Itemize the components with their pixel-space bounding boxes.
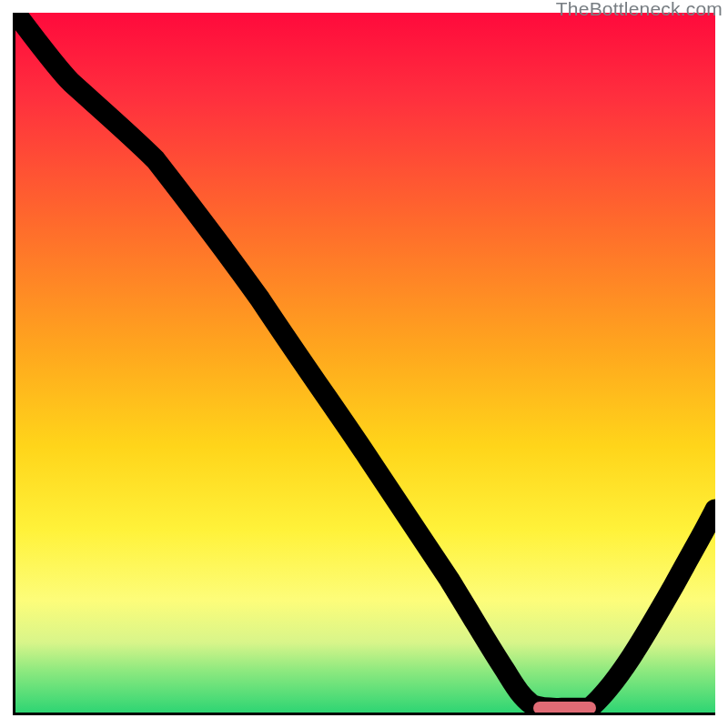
watermark-text: TheBottleneck.com <box>556 0 723 20</box>
optimal-range-marker <box>533 702 596 714</box>
plot-area <box>13 13 715 715</box>
bottleneck-chart: TheBottleneck.com <box>0 0 728 728</box>
bottleneck-curve <box>15 13 715 713</box>
